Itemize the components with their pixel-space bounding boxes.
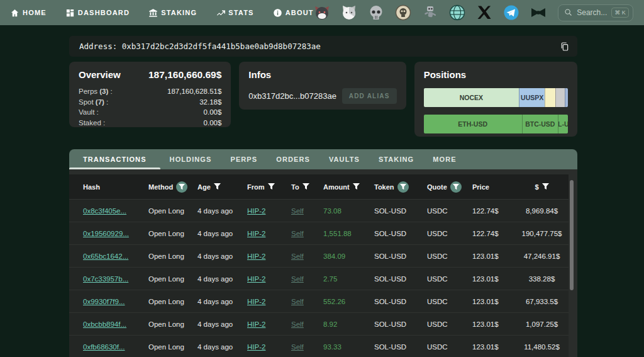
robot-avatar[interactable] bbox=[422, 4, 438, 21]
tx-age: 4 days ago bbox=[197, 252, 247, 260]
nav-item-about[interactable]: ABOUT bbox=[273, 8, 314, 18]
tx-quote: USDC bbox=[427, 343, 472, 351]
social-icons bbox=[314, 4, 547, 21]
filter-icon[interactable] bbox=[397, 181, 409, 193]
tx-to-link[interactable]: Self bbox=[291, 252, 323, 260]
tx-from-link[interactable]: HIP-2 bbox=[247, 252, 291, 260]
tx-method: Open Long bbox=[148, 207, 197, 215]
tab-holdings[interactable]: HOLDINGS bbox=[160, 149, 221, 169]
tx-method: Open Long bbox=[148, 343, 197, 351]
perps-allocation-bar: ETH-USDBTC-USDSOL-USD bbox=[424, 115, 568, 133]
nav-item-staking[interactable]: STAKING bbox=[148, 8, 197, 18]
table-scrollbar[interactable] bbox=[570, 180, 574, 290]
tx-age: 4 days ago bbox=[197, 343, 247, 351]
globe-logo[interactable] bbox=[449, 4, 465, 21]
filter-icon[interactable] bbox=[542, 183, 549, 190]
tx-to-link[interactable]: Self bbox=[291, 230, 323, 237]
tab-staking[interactable]: STAKING bbox=[369, 149, 423, 169]
copy-address-icon[interactable] bbox=[560, 42, 570, 52]
position-segment-sol-usd[interactable]: SOL-USD bbox=[558, 115, 568, 133]
position-segment[interactable] bbox=[545, 88, 555, 107]
x-logo[interactable] bbox=[476, 4, 492, 21]
tab-perps[interactable]: PERPS bbox=[221, 149, 267, 169]
tx-amount: 552.26 bbox=[323, 298, 374, 305]
column-header-quote: Quote bbox=[427, 181, 472, 193]
overview-card: Overview 187,160,660.69$ Perps (3) :187,… bbox=[69, 62, 231, 127]
column-header-price: Price bbox=[472, 183, 514, 191]
column-header-token: Token bbox=[374, 181, 427, 193]
tx-from-link[interactable]: HIP-2 bbox=[247, 298, 291, 305]
tx-token: SOL-USD bbox=[374, 298, 427, 305]
tx-age: 4 days ago bbox=[197, 207, 247, 215]
tx-to-link[interactable]: Self bbox=[291, 343, 323, 351]
skull-coin-avatar[interactable] bbox=[395, 4, 411, 21]
tx-token: SOL-USD bbox=[374, 320, 427, 328]
tx-amount: 1,551.88 bbox=[323, 230, 374, 237]
tx-amount: 384.09 bbox=[323, 252, 374, 260]
tx-to-link[interactable]: Self bbox=[291, 207, 323, 215]
column-header-amount: Amount bbox=[323, 183, 374, 191]
search-placeholder: Search... bbox=[577, 8, 607, 17]
tx-to-link[interactable]: Self bbox=[291, 298, 323, 305]
filter-icon[interactable] bbox=[268, 183, 275, 190]
position-segment[interactable] bbox=[555, 88, 565, 107]
position-segment-btc-usd[interactable]: BTC-USD bbox=[522, 115, 558, 133]
table-header-row: HashMethodAgeFromToAmountTokenQuotePrice… bbox=[69, 174, 569, 200]
tab-more[interactable]: MORE bbox=[423, 149, 465, 169]
tx-usd-value: 8,969.84$ bbox=[526, 207, 558, 215]
tab-orders[interactable]: ORDERS bbox=[267, 149, 319, 169]
tx-hash-link[interactable]: 0x8c3f405e... bbox=[83, 207, 148, 215]
tx-quote: USDC bbox=[427, 207, 472, 215]
filter-icon[interactable] bbox=[353, 183, 360, 190]
tx-usd-value: 11,480.52$ bbox=[524, 343, 560, 351]
add-alias-button[interactable]: ADD ALIAS bbox=[342, 88, 397, 104]
tx-usd-value: 67,933.5$ bbox=[526, 298, 558, 305]
tx-hash-link[interactable]: 0x65bc1642... bbox=[83, 252, 148, 260]
tx-quote: USDC bbox=[427, 230, 472, 237]
tab-transactions[interactable]: TRANSACTIONS bbox=[69, 149, 160, 169]
position-segment[interactable] bbox=[565, 88, 568, 107]
telegram-logo[interactable] bbox=[503, 4, 519, 21]
tx-from-link[interactable]: HIP-2 bbox=[247, 343, 291, 351]
tx-hash-link[interactable]: 0x9930f7f9... bbox=[83, 298, 148, 305]
dark-cat-avatar[interactable] bbox=[314, 4, 330, 21]
white-cat-avatar[interactable] bbox=[341, 4, 357, 21]
position-segment-uuspx[interactable]: UUSPX bbox=[519, 88, 545, 107]
position-segment-eth-usd[interactable]: ETH-USD bbox=[424, 115, 522, 133]
tab-vaults[interactable]: VAULTS bbox=[319, 149, 369, 169]
tx-quote: USDC bbox=[427, 275, 472, 283]
tx-from-link[interactable]: HIP-2 bbox=[247, 207, 291, 215]
tx-hash-link[interactable]: 0xfb68630f... bbox=[83, 343, 148, 351]
nav-item-home[interactable]: HOME bbox=[10, 8, 47, 18]
filter-icon[interactable] bbox=[214, 183, 221, 190]
column-header-to: To bbox=[291, 183, 323, 191]
search-input[interactable]: Search... ⌘ K bbox=[558, 4, 633, 21]
tx-from-link[interactable]: HIP-2 bbox=[247, 230, 291, 237]
tx-to-link[interactable]: Self bbox=[291, 320, 323, 328]
filter-icon[interactable] bbox=[450, 181, 462, 193]
position-segment-nocex[interactable]: NOCEX bbox=[424, 88, 519, 107]
nav-item-dashboard[interactable]: DASHBOARD bbox=[65, 8, 130, 18]
tx-hash-link[interactable]: 0xbcbb894f... bbox=[83, 320, 148, 328]
tx-price: 123.01$ bbox=[472, 275, 514, 283]
tx-from-link[interactable]: HIP-2 bbox=[247, 275, 291, 283]
tx-hash-link[interactable]: 0x7c33957b... bbox=[83, 275, 148, 283]
tx-method: Open Long bbox=[148, 230, 197, 237]
filter-icon[interactable] bbox=[176, 181, 187, 193]
tx-from-link[interactable]: HIP-2 bbox=[247, 320, 291, 328]
tx-age: 4 days ago bbox=[197, 230, 247, 237]
tx-amount: 8.92 bbox=[323, 320, 374, 328]
tx-to-link[interactable]: Self bbox=[291, 275, 323, 283]
tx-amount: 93.33 bbox=[323, 343, 374, 351]
tx-hash-link[interactable]: 0x19560929... bbox=[83, 230, 148, 237]
tx-method: Open Long bbox=[148, 275, 197, 283]
nav-item-stats[interactable]: STATS bbox=[216, 8, 253, 18]
filter-icon[interactable] bbox=[303, 183, 309, 190]
main-menu: HOMEDASHBOARDSTAKINGSTATSABOUT bbox=[10, 8, 314, 18]
skull-avatar[interactable] bbox=[368, 4, 384, 21]
overview-title: Overview bbox=[79, 69, 121, 80]
tx-token: SOL-USD bbox=[374, 275, 427, 283]
transaction-row: 0x8c3f405e...Open Long4 days agoHIP-2Sel… bbox=[69, 200, 569, 222]
bowtie-logo[interactable] bbox=[530, 4, 547, 21]
transaction-row: 0x65bc1642...Open Long4 days agoHIP-2Sel… bbox=[69, 245, 569, 268]
